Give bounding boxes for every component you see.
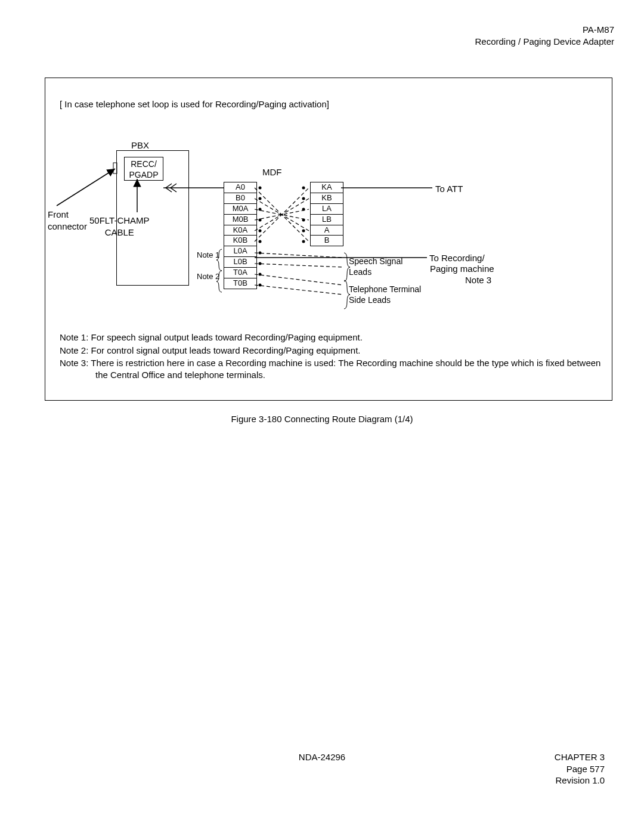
footer-chapter: CHAPTER 3	[555, 751, 605, 763]
svg-point-19	[259, 208, 262, 211]
figure-caption: Figure 3-180 Connecting Route Diagram (1…	[0, 413, 644, 425]
svg-line-13	[255, 274, 343, 285]
page: PA-M87 Recording / Paging Device Adapter…	[0, 0, 644, 833]
svg-point-23	[259, 230, 262, 233]
note-2: Note 2: For control signal output leads …	[60, 345, 608, 357]
svg-point-24	[302, 230, 305, 233]
svg-point-27	[259, 252, 262, 255]
svg-line-11	[255, 253, 343, 258]
svg-line-14	[255, 285, 343, 295]
svg-point-29	[259, 273, 262, 276]
svg-rect-1	[113, 163, 117, 174]
footer-page: Page 577	[555, 763, 605, 775]
svg-point-26	[302, 240, 305, 243]
svg-point-20	[302, 208, 305, 211]
svg-point-25	[259, 240, 262, 243]
svg-line-0	[57, 169, 115, 206]
note-3: Note 3: There is restriction here in cas…	[60, 357, 608, 380]
svg-point-17	[259, 197, 262, 200]
footer-revision: Revision 1.0	[555, 775, 605, 786]
figure-notes: Note 1: For speech signal output leads t…	[60, 332, 608, 382]
svg-point-18	[302, 197, 305, 200]
svg-point-21	[259, 219, 262, 222]
svg-point-15	[259, 187, 262, 190]
note-1: Note 1: For speech signal output leads t…	[60, 332, 608, 343]
svg-line-12	[255, 264, 343, 267]
svg-point-22	[302, 219, 305, 222]
footer-doc-number: NDA-24296	[0, 751, 644, 763]
svg-point-16	[302, 187, 305, 190]
svg-point-28	[259, 262, 262, 265]
page-footer: NDA-24296 CHAPTER 3 Page 577 Revision 1.…	[0, 751, 644, 763]
svg-line-10	[255, 188, 309, 241]
svg-point-30	[259, 284, 262, 287]
